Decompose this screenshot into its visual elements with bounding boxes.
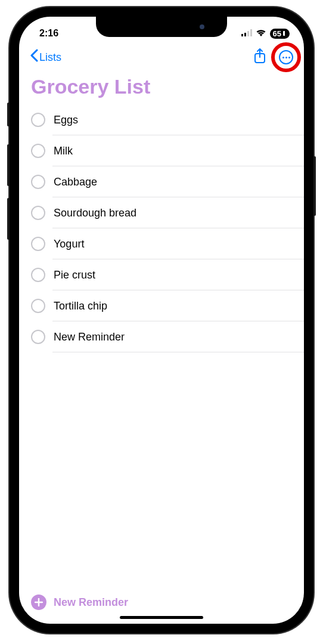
complete-toggle[interactable] xyxy=(31,299,45,313)
complete-toggle[interactable] xyxy=(31,237,45,251)
title-area: Grocery List xyxy=(19,70,304,104)
complete-toggle[interactable] xyxy=(31,175,45,189)
svg-rect-3 xyxy=(250,29,252,36)
phone-frame: 2:16 65 Lists xyxy=(10,7,313,633)
reminders-list[interactable]: Eggs Milk Cabbage Sourdough bread Yogurt… xyxy=(19,104,304,587)
reminder-title[interactable]: Sourdough bread xyxy=(54,207,136,219)
status-time: 2:16 xyxy=(39,28,58,39)
reminder-row[interactable]: Yogurt xyxy=(19,228,304,259)
reminder-row[interactable]: Eggs xyxy=(19,104,304,135)
power-button xyxy=(313,156,316,216)
svg-rect-2 xyxy=(247,31,249,36)
volume-down-button xyxy=(7,198,10,240)
new-reminder-label: New Reminder xyxy=(54,596,128,609)
reminder-row[interactable]: Cabbage xyxy=(19,166,304,197)
nav-bar: Lists xyxy=(19,44,304,70)
complete-toggle[interactable] xyxy=(31,206,45,220)
notch xyxy=(96,17,227,37)
more-button[interactable] xyxy=(279,50,293,64)
complete-toggle[interactable] xyxy=(31,113,45,127)
chevron-left-icon xyxy=(30,49,38,66)
plus-circle-icon xyxy=(31,595,46,610)
complete-toggle[interactable] xyxy=(31,268,45,282)
silent-switch xyxy=(7,103,10,126)
cellular-icon xyxy=(241,28,252,39)
back-label: Lists xyxy=(39,51,61,64)
new-reminder-button[interactable]: New Reminder xyxy=(19,587,304,616)
reminder-title[interactable]: Pie crust xyxy=(54,269,95,281)
screen: 2:16 65 Lists xyxy=(19,17,304,624)
ellipsis-circle-icon xyxy=(279,50,293,64)
list-title: Grocery List xyxy=(31,75,292,98)
reminder-row[interactable]: Milk xyxy=(19,135,304,166)
complete-toggle[interactable] xyxy=(31,330,45,344)
camera-dot xyxy=(200,24,204,29)
reminder-title[interactable]: Milk xyxy=(54,145,73,157)
svg-rect-0 xyxy=(241,34,243,36)
volume-up-button xyxy=(7,144,10,186)
battery-indicator: 65 xyxy=(270,29,290,39)
back-button[interactable]: Lists xyxy=(30,49,61,66)
wifi-icon xyxy=(256,28,266,39)
svg-rect-1 xyxy=(244,33,246,36)
reminder-title[interactable]: Eggs xyxy=(54,114,78,126)
battery-percent: 65 xyxy=(273,29,281,38)
reminder-title[interactable]: Cabbage xyxy=(54,176,97,188)
nav-actions xyxy=(254,48,293,66)
reminder-row[interactable]: Tortilla chip xyxy=(19,290,304,321)
reminder-row[interactable]: Sourdough bread xyxy=(19,197,304,228)
complete-toggle[interactable] xyxy=(31,144,45,158)
reminder-row[interactable]: New Reminder xyxy=(19,321,304,352)
reminder-row[interactable]: Pie crust xyxy=(19,259,304,290)
reminder-title[interactable]: New Reminder xyxy=(54,331,125,343)
status-right: 65 xyxy=(241,28,290,39)
home-indicator[interactable] xyxy=(120,616,203,619)
share-button[interactable] xyxy=(254,48,266,66)
reminder-title[interactable]: Yogurt xyxy=(54,238,84,250)
reminder-title[interactable]: Tortilla chip xyxy=(54,300,107,312)
